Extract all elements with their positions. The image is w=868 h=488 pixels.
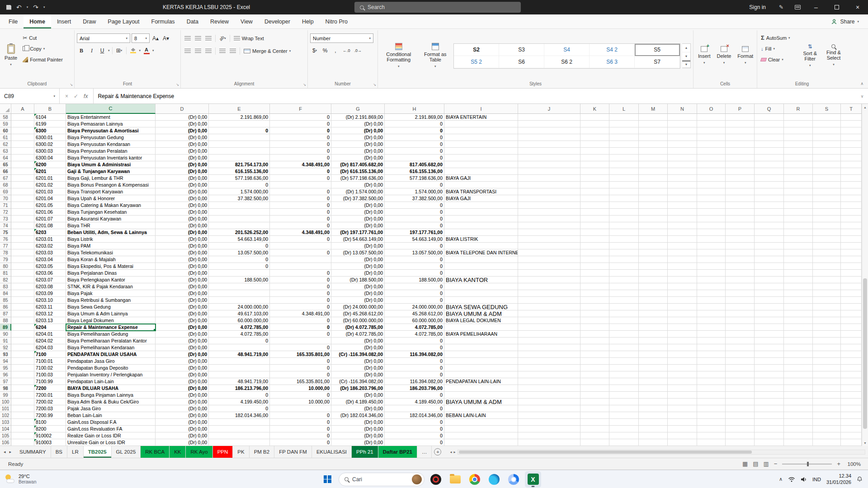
cell-M70[interactable] (639, 195, 668, 202)
cell-N98[interactable] (668, 385, 697, 392)
cell-K75[interactable] (580, 229, 609, 236)
cell-F79[interactable] (270, 256, 331, 263)
zoom-level[interactable]: 100% (845, 461, 861, 467)
column-header-L[interactable]: L (609, 104, 639, 114)
cell-D94[interactable]: (Dr) 0,00 (156, 358, 209, 365)
cell-A72[interactable] (11, 209, 34, 216)
cell-K98[interactable] (580, 385, 609, 392)
sheet-nav-left-icon[interactable]: ◂ (4, 450, 6, 454)
cut-button[interactable]: ✂Cut (21, 33, 64, 42)
top-align-button[interactable] (183, 34, 192, 43)
cell-N95[interactable] (668, 365, 697, 371)
cell-P79[interactable] (726, 256, 755, 263)
cell-J59[interactable] (518, 121, 580, 127)
cell-R93[interactable] (784, 351, 813, 358)
cell-R61[interactable] (784, 134, 813, 141)
cell-O101[interactable] (697, 405, 726, 412)
row-header-77[interactable]: 77 (0, 243, 11, 249)
cell-M97[interactable] (639, 378, 668, 385)
cell-F65[interactable]: 4.348.491,00 (270, 161, 331, 168)
cell-L80[interactable] (609, 263, 639, 270)
cell-P67[interactable] (726, 175, 755, 182)
cell-H75[interactable]: 197.177.761,00 (385, 229, 444, 236)
taskbar-app-file-explorer[interactable] (447, 471, 463, 488)
cell-R97[interactable] (784, 378, 813, 385)
cell-B104[interactable]: 8200 (34, 426, 66, 432)
cell-P72[interactable] (726, 209, 755, 216)
cell-I99[interactable] (444, 392, 518, 399)
cell-H88[interactable]: 60.000.000,00 (385, 317, 444, 324)
cell-Q74[interactable] (755, 222, 784, 229)
cell-I59[interactable] (444, 121, 518, 127)
cell-L82[interactable] (609, 277, 639, 283)
fill-color-button[interactable] (129, 46, 138, 55)
cell-E99[interactable]: 0 (209, 392, 270, 399)
cell-T83[interactable] (841, 283, 862, 290)
cell-H62[interactable]: 0 (385, 141, 444, 148)
cell-B100[interactable]: 7200.02 (34, 399, 66, 405)
cell-O87[interactable] (697, 310, 726, 317)
column-header-M[interactable]: M (639, 104, 668, 114)
cell-M88[interactable] (639, 317, 668, 324)
cell-M95[interactable] (639, 365, 668, 371)
cell-E89[interactable]: 4.072.785,00 (209, 324, 270, 331)
cell-H76[interactable]: 54.663.149,00 (385, 236, 444, 243)
cell-E58[interactable]: 2.191.869,00 (209, 114, 270, 121)
cell-T61[interactable] (841, 134, 862, 141)
cell-S91[interactable] (813, 338, 841, 344)
cell-P66[interactable] (726, 168, 755, 175)
cell-S69[interactable] (813, 188, 841, 195)
cell-R79[interactable] (784, 256, 813, 263)
cell-R74[interactable] (784, 222, 813, 229)
cell-L83[interactable] (609, 283, 639, 290)
cell-I83[interactable] (444, 283, 518, 290)
ribbon-tab-nitro-pro[interactable]: Nitro Pro (320, 14, 354, 28)
cell-N80[interactable] (668, 263, 697, 270)
cell-H101[interactable]: 0 (385, 405, 444, 412)
cell-E67[interactable]: 577.198.636,00 (209, 175, 270, 182)
cell-J64[interactable] (518, 155, 580, 161)
cell-S80[interactable] (813, 263, 841, 270)
cell-M83[interactable] (639, 283, 668, 290)
cell-H90[interactable]: 4.072.785,00 (385, 331, 444, 338)
name-box[interactable]: C89▾ (0, 89, 60, 103)
cell-P98[interactable] (726, 385, 755, 392)
cell-D62[interactable]: (Dr) 0,00 (156, 141, 209, 148)
cell-C60[interactable]: Biaya Penyusutan & Amortisasi (66, 127, 156, 134)
cell-O89[interactable] (697, 324, 726, 331)
cell-D63[interactable]: (Dr) 0,00 (156, 148, 209, 155)
cell-I82[interactable]: BIAYA KANTOR (444, 277, 518, 283)
cell-P100[interactable] (726, 399, 755, 405)
cell-I63[interactable] (444, 148, 518, 155)
align-center-button[interactable] (193, 47, 203, 56)
cell-G79[interactable]: (Dr) 0,00 (331, 256, 385, 263)
cell-P87[interactable] (726, 310, 755, 317)
cell-R102[interactable] (784, 412, 813, 419)
cell-C63[interactable]: Biaya Penyusutan Peralatan (66, 148, 156, 155)
cell-T71[interactable] (841, 202, 862, 209)
cell-B75[interactable]: 6203 (34, 229, 66, 236)
ribbon-tab-help[interactable]: Help (296, 14, 320, 28)
taskbar-app-edge[interactable] (486, 471, 502, 488)
cell-F90[interactable]: 0 (270, 331, 331, 338)
redo-icon[interactable]: ↷ (33, 4, 38, 10)
cell-C102[interactable]: Beban Lain-Lain (66, 412, 156, 419)
cell-N61[interactable] (668, 134, 697, 141)
cell-O74[interactable] (697, 222, 726, 229)
cell-L86[interactable] (609, 304, 639, 310)
cell-N66[interactable] (668, 168, 697, 175)
cell-B86[interactable]: 6203.11 (34, 304, 66, 310)
cell-O62[interactable] (697, 141, 726, 148)
cell-O97[interactable] (697, 378, 726, 385)
wrap-text-button[interactable]: Wrap Text (232, 33, 265, 43)
cell-D65[interactable]: (Dr) 0,00 (156, 161, 209, 168)
cell-A102[interactable] (11, 412, 34, 419)
cell-R67[interactable] (784, 175, 813, 182)
cell-A59[interactable] (11, 121, 34, 127)
cell-K87[interactable] (580, 310, 609, 317)
row-header-72[interactable]: 72 (0, 209, 11, 216)
cell-J98[interactable] (518, 385, 580, 392)
cell-S102[interactable] (813, 412, 841, 419)
cell-S90[interactable] (813, 331, 841, 338)
cell-K89[interactable] (580, 324, 609, 331)
